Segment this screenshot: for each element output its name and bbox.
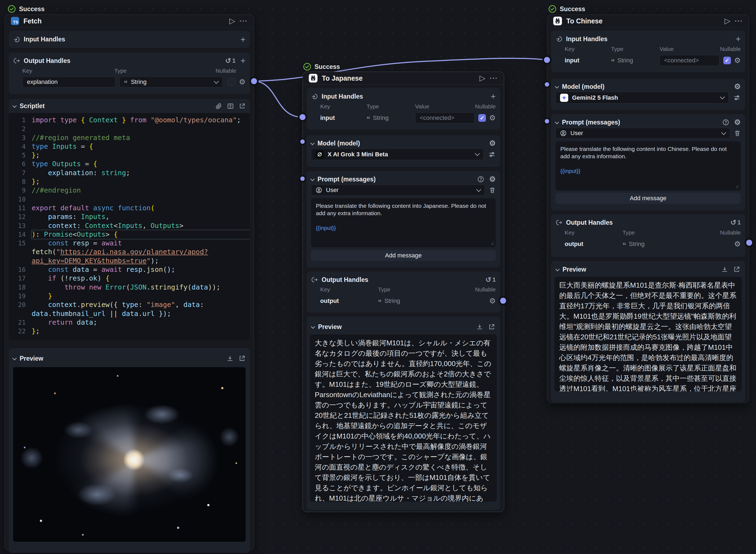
attachment-icon[interactable]	[215, 103, 222, 110]
flow-canvas[interactable]: Success Success Success TS Fetch ▷ ···	[0, 0, 756, 554]
resize-handle[interactable]	[735, 185, 739, 188]
open-external-icon[interactable]	[239, 355, 246, 362]
model-params-sliders-icon[interactable]	[733, 94, 741, 102]
help-icon[interactable]	[477, 176, 484, 183]
string-type-icon: “	[611, 60, 615, 64]
prompt-textarea[interactable]: Please translate the following content i…	[311, 198, 496, 247]
nullable-checkbox[interactable]: ✓	[723, 57, 731, 64]
status-badge-fetch: Success	[8, 5, 44, 13]
model-select[interactable]: Gemini2 5 Flash	[555, 92, 729, 104]
collapse-chevron-icon[interactable]	[12, 104, 17, 108]
col-nullable: Nullable	[475, 286, 496, 293]
message-role-select[interactable]: User	[311, 185, 485, 196]
node-to-chinese-header[interactable]: To Chinese ▷ ···	[547, 15, 749, 27]
fetch-preview-card: Preview	[9, 348, 250, 553]
value-connected-field[interactable]: <connected>	[659, 55, 719, 66]
gemini-icon	[560, 94, 568, 102]
add-input-handle-button[interactable]: +	[491, 92, 496, 101]
model-settings-button[interactable]: ⚙	[489, 140, 496, 147]
prompt-settings-button[interactable]: ⚙	[734, 119, 741, 126]
japanese-input-port[interactable]	[300, 114, 305, 120]
handle-history-button[interactable]: ↺1	[225, 57, 236, 65]
handle-settings-button[interactable]: ⚙	[734, 57, 741, 64]
col-key: Key	[565, 229, 622, 236]
string-type-icon: “	[124, 81, 128, 86]
japanese-output-preview: 大きな美しい渦巻銀河M101は、シャルル・メシエの有名なカタログの最後の項目の一…	[310, 334, 497, 502]
cn-preview-card: Preview 巨大而美丽的螺旋星系M101是查尔斯·梅西耶著名星表中的最后几个…	[551, 261, 745, 402]
output-key-input[interactable]: explanation	[22, 76, 115, 88]
run-node-button[interactable]: ▷	[724, 17, 730, 25]
collapse-chevron-icon[interactable]	[310, 177, 315, 181]
value-connected-field[interactable]: <connected>	[415, 112, 474, 123]
download-icon[interactable]	[476, 323, 483, 330]
add-input-handle-button[interactable]: +	[240, 35, 246, 44]
add-output-handle-button[interactable]: +	[240, 56, 246, 65]
delete-message-icon[interactable]	[489, 187, 496, 193]
output-type-select[interactable]: “ String	[119, 76, 223, 88]
prompt-settings-button[interactable]: ⚙	[489, 176, 496, 183]
open-editor-icon[interactable]	[227, 103, 234, 110]
status-badge-japanese: Success	[303, 63, 340, 71]
collapse-chevron-icon[interactable]	[555, 84, 559, 89]
add-message-button[interactable]: Add message	[311, 250, 496, 261]
model-settings-button[interactable]: ⚙	[734, 83, 741, 91]
japanese-output-port[interactable]	[500, 298, 506, 304]
success-check-icon	[303, 63, 311, 71]
code-editor[interactable]: 1import type { Context } from "@oomol/ty…	[9, 113, 250, 340]
download-icon[interactable]	[721, 266, 728, 273]
status-label: Success	[19, 5, 44, 13]
nullable-checkbox[interactable]	[228, 78, 235, 86]
add-input-handle-button[interactable]: +	[736, 35, 741, 43]
handle-settings-button[interactable]: ⚙	[489, 297, 496, 305]
add-message-button[interactable]: Add message	[555, 193, 741, 204]
collapse-chevron-icon[interactable]	[311, 324, 315, 329]
edge-fetch-to-japanese[interactable]	[254, 81, 303, 117]
run-node-button[interactable]: ▷	[229, 17, 235, 25]
model-select[interactable]: X AI Grok 3 Mini Beta	[311, 149, 484, 160]
nullable-checkbox[interactable]: ✓	[478, 114, 486, 122]
output-handle-icon	[311, 276, 318, 283]
chinese-model-port[interactable]	[545, 82, 549, 87]
model-params-sliders-icon[interactable]	[488, 151, 496, 158]
handle-settings-button[interactable]: ⚙	[489, 114, 496, 122]
node-fetch-header[interactable]: TS Fetch ▷ ···	[5, 15, 254, 27]
help-icon[interactable]	[722, 119, 729, 126]
handle-settings-button[interactable]: ⚙	[239, 78, 246, 86]
node-to-japanese-header[interactable]: To Japanese ▷ ···	[303, 72, 504, 85]
node-menu-button[interactable]: ···	[240, 18, 248, 24]
section-label: Model (model)	[562, 83, 604, 91]
delete-message-icon[interactable]	[734, 130, 741, 137]
japanese-prompt-port[interactable]	[300, 176, 305, 181]
collapse-chevron-icon[interactable]	[555, 267, 560, 271]
resize-handle[interactable]	[490, 242, 494, 245]
handle-history-button[interactable]: ↺1	[730, 218, 741, 227]
message-role-select[interactable]: User	[555, 128, 730, 138]
chinese-input-port[interactable]	[544, 57, 550, 63]
handle-settings-button[interactable]: ⚙	[734, 240, 741, 248]
fetch-output-handles-card: Output Handles ↺1 + Key Type Nullable ex…	[9, 53, 250, 94]
node-fetch[interactable]: TS Fetch ▷ ··· Input Handles + Output Ha…	[5, 14, 254, 551]
open-external-icon[interactable]	[733, 266, 740, 273]
fetch-output-port[interactable]	[251, 78, 257, 84]
collapse-chevron-icon[interactable]	[555, 120, 559, 124]
collapse-chevron-icon[interactable]	[12, 356, 17, 361]
handle-history-button[interactable]: ↺1	[486, 276, 496, 284]
section-label: Model (model)	[317, 140, 360, 147]
fetch-input-handles-card: Input Handles +	[9, 31, 250, 48]
jp-model-card: Model (model) ⚙ X AI Grok 3 Mini Beta	[307, 135, 500, 167]
node-menu-button[interactable]: ···	[735, 18, 743, 24]
node-to-japanese[interactable]: To Japanese ▷ ··· Input Handles + Key Ty…	[303, 72, 504, 512]
download-icon[interactable]	[226, 355, 234, 362]
chinese-output-port[interactable]	[746, 240, 752, 246]
cn-output-handles-card: Output Handles ↺1 Key Type Nullable outp…	[551, 214, 745, 257]
run-node-button[interactable]: ▷	[480, 74, 486, 82]
japanese-model-port[interactable]	[300, 140, 305, 144]
node-to-chinese[interactable]: To Chinese ▷ ··· Input Handles + Key Typ…	[547, 14, 749, 403]
chinese-prompt-port[interactable]	[545, 119, 549, 123]
col-value: Value	[659, 46, 720, 52]
collapse-chevron-icon[interactable]	[310, 141, 315, 145]
prompt-textarea[interactable]: Please translate the following content i…	[555, 142, 741, 190]
node-menu-button[interactable]: ···	[490, 75, 498, 81]
open-external-icon[interactable]	[239, 103, 246, 110]
open-external-icon[interactable]	[488, 323, 495, 330]
